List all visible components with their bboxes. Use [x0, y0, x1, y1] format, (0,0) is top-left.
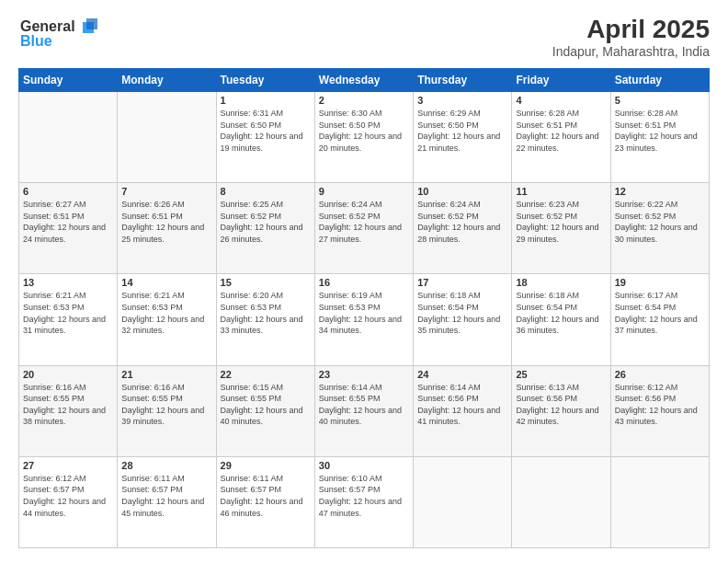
day-number: 11: [516, 186, 606, 197]
calendar-cell: 12Sunrise: 6:22 AMSunset: 6:52 PMDayligh…: [610, 183, 709, 274]
day-info: Sunrise: 6:13 AMSunset: 6:56 PMDaylight:…: [516, 382, 606, 428]
calendar-cell: 8Sunrise: 6:25 AMSunset: 6:52 PMDaylight…: [216, 183, 314, 274]
day-number: 12: [615, 186, 705, 197]
main-title: April 2025: [552, 15, 710, 44]
calendar-cell: 20Sunrise: 6:16 AMSunset: 6:55 PMDayligh…: [19, 365, 118, 456]
calendar-cell: 18Sunrise: 6:18 AMSunset: 6:54 PMDayligh…: [512, 274, 610, 365]
day-info: Sunrise: 6:20 AMSunset: 6:53 PMDaylight:…: [221, 290, 311, 336]
day-number: 1: [221, 95, 311, 106]
calendar-cell: 14Sunrise: 6:21 AMSunset: 6:53 PMDayligh…: [118, 274, 216, 365]
day-number: 6: [23, 186, 113, 197]
svg-marker-3: [86, 18, 97, 29]
day-info: Sunrise: 6:10 AMSunset: 6:57 PMDaylight:…: [319, 473, 409, 519]
subtitle: Indapur, Maharashtra, India: [552, 44, 710, 59]
calendar-cell: 9Sunrise: 6:24 AMSunset: 6:52 PMDaylight…: [314, 183, 413, 274]
calendar-cell: [19, 92, 118, 183]
week-row-4: 20Sunrise: 6:16 AMSunset: 6:55 PMDayligh…: [19, 365, 710, 456]
day-number: 20: [23, 369, 113, 380]
day-number: 3: [417, 95, 507, 106]
day-number: 16: [319, 277, 409, 288]
calendar-cell: [512, 456, 610, 547]
day-number: 18: [516, 277, 606, 288]
day-number: 26: [615, 369, 705, 380]
day-info: Sunrise: 6:18 AMSunset: 6:54 PMDaylight:…: [417, 290, 507, 336]
day-info: Sunrise: 6:15 AMSunset: 6:55 PMDaylight:…: [221, 382, 311, 428]
day-header-sunday: Sunday: [19, 69, 118, 92]
svg-text:General: General: [20, 18, 75, 34]
calendar-cell: 19Sunrise: 6:17 AMSunset: 6:54 PMDayligh…: [610, 274, 709, 365]
day-info: Sunrise: 6:27 AMSunset: 6:51 PMDaylight:…: [23, 199, 113, 245]
calendar-header-row: SundayMondayTuesdayWednesdayThursdayFrid…: [19, 69, 710, 92]
week-row-3: 13Sunrise: 6:21 AMSunset: 6:53 PMDayligh…: [19, 274, 710, 365]
day-info: Sunrise: 6:28 AMSunset: 6:51 PMDaylight:…: [516, 108, 606, 154]
calendar-cell: [118, 92, 216, 183]
week-row-5: 27Sunrise: 6:12 AMSunset: 6:57 PMDayligh…: [19, 456, 710, 547]
day-info: Sunrise: 6:12 AMSunset: 6:57 PMDaylight:…: [23, 473, 113, 519]
svg-text:Blue: Blue: [20, 33, 52, 49]
day-info: Sunrise: 6:14 AMSunset: 6:56 PMDaylight:…: [417, 382, 507, 428]
day-info: Sunrise: 6:16 AMSunset: 6:55 PMDaylight:…: [121, 382, 211, 428]
calendar-cell: [414, 456, 512, 547]
day-number: 14: [121, 277, 211, 288]
calendar-cell: 27Sunrise: 6:12 AMSunset: 6:57 PMDayligh…: [19, 456, 118, 547]
day-number: 23: [319, 369, 409, 380]
day-header-tuesday: Tuesday: [216, 69, 314, 92]
day-number: 8: [221, 186, 311, 197]
calendar-cell: 28Sunrise: 6:11 AMSunset: 6:57 PMDayligh…: [118, 456, 216, 547]
day-info: Sunrise: 6:29 AMSunset: 6:50 PMDaylight:…: [417, 108, 507, 154]
day-number: 25: [516, 369, 606, 380]
day-info: Sunrise: 6:24 AMSunset: 6:52 PMDaylight:…: [417, 199, 507, 245]
week-row-1: 1Sunrise: 6:31 AMSunset: 6:50 PMDaylight…: [19, 92, 710, 183]
calendar-cell: 23Sunrise: 6:14 AMSunset: 6:55 PMDayligh…: [314, 365, 413, 456]
day-info: Sunrise: 6:30 AMSunset: 6:50 PMDaylight:…: [319, 108, 409, 154]
calendar-cell: 24Sunrise: 6:14 AMSunset: 6:56 PMDayligh…: [414, 365, 512, 456]
day-number: 19: [615, 277, 705, 288]
calendar-cell: 29Sunrise: 6:11 AMSunset: 6:57 PMDayligh…: [216, 456, 314, 547]
day-info: Sunrise: 6:25 AMSunset: 6:52 PMDaylight:…: [221, 199, 311, 245]
day-number: 30: [319, 460, 409, 471]
day-number: 5: [615, 95, 705, 106]
calendar-cell: 21Sunrise: 6:16 AMSunset: 6:55 PMDayligh…: [118, 365, 216, 456]
page: General Blue April 2025 Indapur, Maharas…: [0, 0, 728, 563]
calendar-cell: 30Sunrise: 6:10 AMSunset: 6:57 PMDayligh…: [314, 456, 413, 547]
calendar-cell: 16Sunrise: 6:19 AMSunset: 6:53 PMDayligh…: [314, 274, 413, 365]
logo-text: General Blue: [18, 15, 101, 57]
day-number: 7: [121, 186, 211, 197]
day-info: Sunrise: 6:21 AMSunset: 6:53 PMDaylight:…: [23, 290, 113, 336]
calendar-cell: 6Sunrise: 6:27 AMSunset: 6:51 PMDaylight…: [19, 183, 118, 274]
day-info: Sunrise: 6:22 AMSunset: 6:52 PMDaylight:…: [615, 199, 705, 245]
calendar-cell: 4Sunrise: 6:28 AMSunset: 6:51 PMDaylight…: [512, 92, 610, 183]
calendar-cell: 15Sunrise: 6:20 AMSunset: 6:53 PMDayligh…: [216, 274, 314, 365]
day-number: 27: [23, 460, 113, 471]
day-info: Sunrise: 6:26 AMSunset: 6:51 PMDaylight:…: [121, 199, 211, 245]
day-number: 13: [23, 277, 113, 288]
day-number: 24: [417, 369, 507, 380]
day-number: 28: [121, 460, 211, 471]
calendar-cell: 17Sunrise: 6:18 AMSunset: 6:54 PMDayligh…: [414, 274, 512, 365]
day-info: Sunrise: 6:31 AMSunset: 6:50 PMDaylight:…: [221, 108, 311, 154]
calendar-body: 1Sunrise: 6:31 AMSunset: 6:50 PMDaylight…: [19, 92, 710, 548]
title-area: April 2025 Indapur, Maharashtra, India: [552, 15, 710, 59]
calendar-cell: 22Sunrise: 6:15 AMSunset: 6:55 PMDayligh…: [216, 365, 314, 456]
week-row-2: 6Sunrise: 6:27 AMSunset: 6:51 PMDaylight…: [19, 183, 710, 274]
day-info: Sunrise: 6:12 AMSunset: 6:56 PMDaylight:…: [615, 382, 705, 428]
calendar-cell: 1Sunrise: 6:31 AMSunset: 6:50 PMDaylight…: [216, 92, 314, 183]
calendar: SundayMondayTuesdayWednesdayThursdayFrid…: [18, 68, 710, 548]
day-info: Sunrise: 6:18 AMSunset: 6:54 PMDaylight:…: [516, 290, 606, 336]
calendar-cell: 7Sunrise: 6:26 AMSunset: 6:51 PMDaylight…: [118, 183, 216, 274]
day-header-saturday: Saturday: [610, 69, 709, 92]
day-header-thursday: Thursday: [414, 69, 512, 92]
calendar-cell: [610, 456, 709, 547]
day-header-wednesday: Wednesday: [314, 69, 413, 92]
day-info: Sunrise: 6:14 AMSunset: 6:55 PMDaylight:…: [319, 382, 409, 428]
day-number: 9: [319, 186, 409, 197]
calendar-cell: 26Sunrise: 6:12 AMSunset: 6:56 PMDayligh…: [610, 365, 709, 456]
day-info: Sunrise: 6:16 AMSunset: 6:55 PMDaylight:…: [23, 382, 113, 428]
day-header-friday: Friday: [512, 69, 610, 92]
calendar-cell: 25Sunrise: 6:13 AMSunset: 6:56 PMDayligh…: [512, 365, 610, 456]
day-number: 10: [417, 186, 507, 197]
day-number: 17: [417, 277, 507, 288]
day-number: 22: [221, 369, 311, 380]
day-info: Sunrise: 6:19 AMSunset: 6:53 PMDaylight:…: [319, 290, 409, 336]
day-info: Sunrise: 6:11 AMSunset: 6:57 PMDaylight:…: [221, 473, 311, 519]
